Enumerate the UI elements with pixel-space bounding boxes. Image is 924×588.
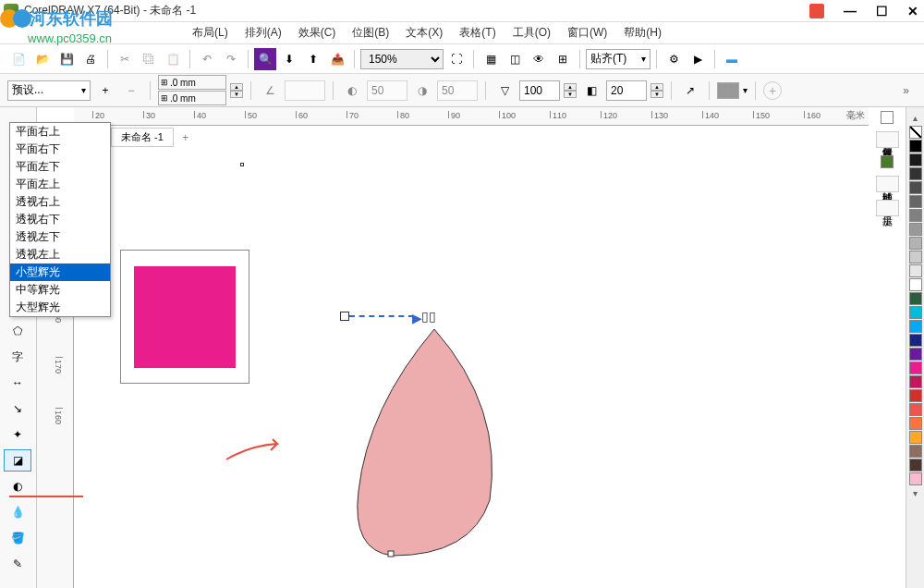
steps-input[interactable]: 20	[606, 80, 647, 101]
opacity-start-input[interactable]: 50	[367, 80, 407, 101]
tool-text[interactable]: 字	[4, 346, 31, 368]
palette-up[interactable]: ▴	[911, 111, 919, 125]
tool-dropshadow[interactable]: ◪	[4, 449, 31, 472]
menu-bitmap[interactable]: 位图(B)	[345, 23, 396, 43]
user-icon[interactable]	[809, 4, 824, 18]
shadow-color-swatch[interactable]	[717, 82, 739, 99]
snap-button[interactable]: ⊞	[552, 48, 574, 70]
tool-connector[interactable]: ↘	[4, 398, 31, 420]
menu-text[interactable]: 文本(X)	[398, 23, 450, 43]
zoom-select[interactable]: 150%	[360, 49, 444, 69]
color-swatch[interactable]	[909, 459, 922, 472]
preset-item[interactable]: 平面左上	[10, 176, 110, 193]
color-swatch[interactable]	[909, 320, 922, 333]
remove-preset-button[interactable]: −	[120, 80, 142, 102]
color-swatch[interactable]	[909, 334, 922, 347]
import-button[interactable]: ⬇	[278, 48, 300, 70]
color-swatch[interactable]	[909, 417, 922, 430]
tool-effects[interactable]: ✦	[4, 423, 31, 446]
color-swatch[interactable]	[909, 251, 922, 263]
tool-dimension[interactable]: ↔	[4, 372, 31, 394]
open-button[interactable]: 📂	[31, 48, 54, 70]
offset-spinner[interactable]: ▲▼	[230, 83, 243, 98]
snap-dropdown[interactable]: 贴齐(T)▾	[586, 49, 650, 69]
feather-input[interactable]: 100	[519, 80, 560, 101]
side-tab-hints[interactable]: 提示	[876, 200, 899, 216]
add-preset-button[interactable]: +	[94, 80, 116, 102]
drag-start-handle[interactable]	[340, 312, 349, 321]
color-swatch[interactable]	[909, 389, 922, 402]
color-swatch[interactable]	[909, 278, 922, 291]
palette-down[interactable]: ▾	[911, 486, 919, 500]
publish-button[interactable]: 📤	[326, 48, 348, 70]
color-swatch[interactable]	[909, 472, 922, 485]
feather-spinner[interactable]: ▲▼	[564, 83, 577, 98]
show-rulers-button[interactable]: ▦	[480, 48, 502, 70]
add-effect-button[interactable]: +	[763, 81, 782, 100]
preset-item[interactable]: 透视右上	[10, 193, 110, 211]
preset-item[interactable]: 透视左上	[10, 246, 110, 263]
preset-item[interactable]: 平面右上	[10, 123, 110, 141]
preset-item[interactable]: 中等辉光	[10, 281, 110, 299]
menu-effects[interactable]: 效果(C)	[291, 23, 344, 43]
tool-fill[interactable]: 🪣	[4, 527, 31, 549]
color-swatch[interactable]	[909, 403, 922, 416]
menu-arrange[interactable]: 排列(A)	[237, 23, 289, 43]
color-swatch[interactable]	[909, 375, 922, 388]
export-button[interactable]: ⬆	[302, 48, 324, 70]
color-swatch[interactable]	[909, 167, 922, 180]
minimize-button[interactable]: —	[843, 4, 857, 18]
show-guides-button[interactable]: 👁	[528, 48, 550, 70]
tool-outline[interactable]: ✎	[4, 553, 31, 575]
no-color-swatch[interactable]	[909, 126, 922, 139]
color-swatch[interactable]	[909, 292, 922, 305]
preset-dropdown[interactable]: 预设...▾	[7, 80, 91, 101]
preset-item[interactable]: 平面左下	[10, 158, 110, 176]
color-swatch[interactable]	[909, 445, 922, 458]
tool-transparency[interactable]: ◐	[4, 475, 31, 497]
add-tab-button[interactable]: +	[177, 130, 194, 145]
color-swatch[interactable]	[909, 348, 922, 361]
side-icon-2[interactable]	[881, 155, 894, 168]
menu-help[interactable]: 帮助(H)	[616, 23, 669, 43]
redo-button[interactable]: ↷	[220, 48, 242, 70]
angle-input[interactable]	[285, 80, 325, 101]
copy-button[interactable]: ⿻	[138, 48, 160, 70]
preset-item[interactable]: 透视右下	[10, 211, 110, 228]
color-swatch[interactable]	[909, 153, 922, 166]
tool-polygon[interactable]: ⬠	[4, 320, 31, 342]
color-swatch[interactable]	[909, 209, 922, 222]
print-button[interactable]: 🖨	[79, 48, 102, 70]
menu-layout[interactable]: 布局(L)	[185, 23, 236, 43]
app-button[interactable]: ▬	[721, 48, 743, 70]
color-swatch[interactable]	[909, 181, 922, 194]
tool-eyedropper[interactable]: 💧	[4, 501, 31, 523]
preset-item[interactable]: 平面右下	[10, 141, 110, 158]
steps-spinner[interactable]: ▲▼	[650, 83, 663, 98]
petal-shape[interactable]	[342, 320, 527, 579]
side-icon-1[interactable]	[881, 111, 894, 124]
direction-button[interactable]: ↗	[679, 80, 701, 102]
preset-item-selected[interactable]: 小型辉光	[10, 263, 110, 281]
options-button[interactable]: ⚙	[663, 48, 685, 70]
color-swatch[interactable]	[909, 306, 922, 319]
color-swatch[interactable]	[909, 223, 922, 236]
paste-button[interactable]: 📋	[162, 48, 184, 70]
color-swatch[interactable]	[909, 361, 922, 374]
save-button[interactable]: 💾	[55, 48, 78, 70]
doc-tab-active[interactable]: 未命名 -1	[111, 128, 174, 147]
new-button[interactable]: 📄	[7, 48, 30, 70]
color-swatch[interactable]	[909, 195, 922, 208]
preset-item[interactable]: 大型辉光	[10, 299, 110, 316]
color-swatch[interactable]	[909, 140, 922, 153]
menu-tools[interactable]: 工具(O)	[505, 23, 558, 43]
menu-window[interactable]: 窗口(W)	[560, 23, 614, 43]
side-tab-properties[interactable]: 对象属性	[876, 131, 899, 148]
preset-item[interactable]: 透视左下	[10, 228, 110, 246]
color-swatch[interactable]	[909, 431, 922, 444]
close-button[interactable]: ✕	[906, 4, 920, 18]
search-button[interactable]: 🔍	[254, 48, 276, 70]
side-tab-guides[interactable]: 辅助线	[876, 176, 899, 192]
launch-button[interactable]: ▶	[687, 48, 709, 70]
fullscreen-button[interactable]: ⛶	[445, 48, 468, 70]
